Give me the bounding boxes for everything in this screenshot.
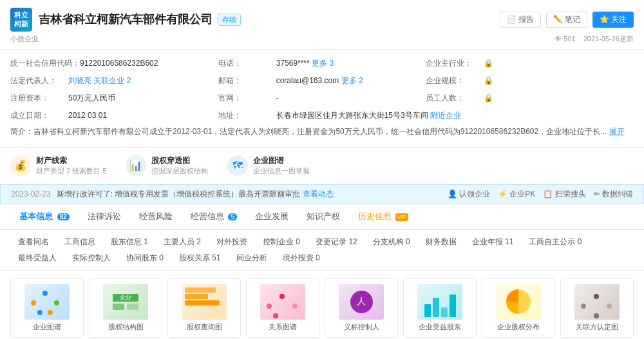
email-more-link[interactable]: 更多 2 bbox=[341, 76, 363, 85]
small-enterprise-tag: 小微企业 bbox=[10, 34, 39, 44]
card-label-beneficial-shareholder: 企业受益股东 bbox=[419, 322, 461, 332]
follow-icon: ⭐ bbox=[600, 15, 609, 24]
subtab-controlled[interactable]: 控制企业 0 bbox=[255, 234, 308, 250]
dynamic-date: 2023-02-23 bbox=[11, 189, 50, 199]
subtab-public-disclosure[interactable]: 工商自主公示 0 bbox=[521, 234, 589, 250]
subtab-coordinated[interactable]: 协同股东 0 bbox=[118, 250, 171, 266]
header: 科立 柯新 吉林省科立柯新汽车部件有限公司 存续 📄 报告 ✏️ 笔记 ⭐ 关注 bbox=[0, 0, 644, 50]
subtab-business-info[interactable]: 工商信息 bbox=[57, 234, 103, 250]
card-thumb-controlled bbox=[417, 284, 462, 320]
feature-finance[interactable]: 💰 财产线索 财产类型 2 线索数目 5 bbox=[10, 153, 106, 179]
subtab-financial[interactable]: 财务数据 bbox=[418, 234, 464, 250]
logo-badge: 科立 柯新 bbox=[10, 8, 32, 32]
feature-finance-title: 财产线索 bbox=[36, 155, 106, 166]
card-related-party[interactable]: 关联方认定图 bbox=[560, 278, 634, 338]
cards-grid: 企业图谱 企业 股权结构图 bbox=[10, 278, 634, 338]
card-label-relation-graph: 关系图谱 bbox=[269, 322, 297, 332]
company-name: 吉林省科立柯新汽车部件有限公司 bbox=[39, 12, 213, 27]
tab-risk[interactable]: 经营风险 bbox=[130, 204, 182, 230]
tab-business-info[interactable]: 经营信息 5 bbox=[182, 204, 246, 230]
page-wrapper: 科立 柯新 吉林省科立柯新汽车部件有限公司 存续 📄 报告 ✏️ 笔记 ⭐ 关注 bbox=[0, 0, 644, 339]
feature-equity[interactable]: 📊 股权穿透图 挖掘深层股权结构 bbox=[126, 153, 208, 179]
tab-history[interactable]: 历史信息 VIP bbox=[349, 204, 417, 230]
card-trademark-controller[interactable]: 人 义标控制人 bbox=[325, 278, 398, 338]
subtab-beneficiary[interactable]: 最终受益人 bbox=[10, 250, 64, 266]
phone-more-link[interactable]: 更多 3 bbox=[312, 59, 334, 68]
note-button[interactable]: ✏️ 笔记 bbox=[546, 12, 587, 28]
card-thumb-trademark: 人 bbox=[339, 284, 384, 320]
card-relation-graph[interactable]: 关系图谱 bbox=[246, 278, 319, 338]
info-row-email: 邮箱： coralau@163.com 更多 2 bbox=[218, 73, 426, 88]
card-thumb-enterprise bbox=[24, 284, 70, 320]
subtab-equity-relation[interactable]: 股权关系 51 bbox=[171, 250, 229, 266]
tab-development[interactable]: 企业发展 bbox=[246, 204, 298, 230]
header-top: 科立 柯新 吉林省科立柯新汽车部件有限公司 存续 📄 报告 ✏️ 笔记 ⭐ 关注 bbox=[10, 8, 634, 32]
dynamic-content: 2023-02-23 新增行政许可了: 增值税专用发票（增值税税控系统）最高开票… bbox=[11, 189, 334, 200]
subtab-branches[interactable]: 分支机构 0 bbox=[365, 234, 418, 250]
enterprise-pk-btn[interactable]: ⚡ 企业PK bbox=[498, 189, 535, 200]
subtab-annual-report[interactable]: 企业年报 11 bbox=[464, 234, 522, 250]
note-icon: ✏️ bbox=[553, 15, 563, 24]
info-row-scale: 企业规模： 🔒 bbox=[426, 73, 634, 88]
card-equity-structure[interactable]: 企业 股权结构图 bbox=[89, 278, 162, 338]
card-label-related-party: 关联方认定图 bbox=[576, 322, 618, 332]
status-tag: 存续 bbox=[218, 14, 241, 26]
card-label-equity-dist: 企业股权分布 bbox=[497, 322, 540, 332]
info-row-industry: 企业主行业： 🔒 bbox=[426, 56, 634, 71]
tab-ip[interactable]: 知识产权 bbox=[298, 204, 349, 230]
dynamic-text: 新增行政许可了: 增值税专用发票（增值税税控系统）最高开票限额审批 bbox=[57, 189, 301, 199]
vip-badge: VIP bbox=[395, 213, 409, 221]
header-left: 科立 柯新 吉林省科立柯新汽车部件有限公司 存续 bbox=[10, 8, 241, 32]
card-label-trademark-controller: 义标控制人 bbox=[344, 322, 379, 332]
view-info: 👁 501 2021-05-26更新 bbox=[554, 34, 634, 44]
card-equity-query[interactable]: 股权查询图 bbox=[167, 278, 241, 338]
card-thumb-shareholders bbox=[182, 284, 227, 320]
finance-icon: 💰 bbox=[10, 155, 31, 176]
dynamic-link[interactable]: 查看动态 bbox=[303, 189, 334, 199]
feature-chart[interactable]: 🗺 企业图谱 企业信息一图掌握 bbox=[227, 153, 310, 179]
features-section: 💰 财产线索 财产类型 2 线索数目 5 📊 股权穿透图 挖掘深层股权结构 🗺 … bbox=[0, 148, 644, 184]
feature-chart-title: 企业图谱 bbox=[253, 155, 310, 166]
card-label-equity-query: 股权查询图 bbox=[187, 322, 222, 332]
data-correction-btn[interactable]: ✏ 数据纠错 bbox=[594, 189, 633, 200]
subtab-key-people[interactable]: 主要人员 2 bbox=[156, 234, 209, 250]
view-count: 👁 501 bbox=[554, 35, 575, 43]
subtab-overseas[interactable]: 境外投资 0 bbox=[275, 250, 328, 266]
expand-description-link[interactable]: 展开 bbox=[609, 127, 625, 136]
card-equity-distribution[interactable]: 企业股权分布 bbox=[482, 278, 555, 338]
subtab-search-same[interactable]: 查看同名 bbox=[10, 234, 57, 250]
tab-legal[interactable]: 法律诉讼 bbox=[79, 204, 130, 230]
subtab-actual-controller[interactable]: 实际控制人 bbox=[64, 250, 118, 266]
info-section: 统一社会信用代码： 91220106586232B602 电话： 37569**… bbox=[0, 50, 644, 148]
info-row-website: 官网： - bbox=[218, 91, 426, 106]
report-button[interactable]: 📄 报告 bbox=[500, 12, 541, 28]
nearby-enterprise-link[interactable]: 附近企业 bbox=[430, 111, 461, 120]
legal-person-link[interactable]: 刘晓亮 bbox=[68, 76, 91, 85]
equity-icon: 📊 bbox=[126, 155, 146, 176]
tabs-section: 基本信息 82 法律诉讼 经营风险 经营信息 5 企业发展 知识产权 历史信息 … bbox=[0, 204, 644, 230]
card-enterprise-graph[interactable]: 企业图谱 bbox=[10, 278, 84, 338]
subtab-changes[interactable]: 变更记录 12 bbox=[308, 234, 365, 250]
last-updated: 2021-05-26更新 bbox=[583, 34, 634, 44]
card-thumb-relations bbox=[260, 284, 305, 320]
info-row-date: 成立日期： 2012 03 01 bbox=[10, 108, 218, 123]
company-description: 简介：吉林省科立柯新汽车部件有限公司成立于2012-03-01，法定代表人为刘晓… bbox=[10, 123, 634, 140]
card-beneficial-shareholder[interactable]: 企业受益股东 bbox=[403, 278, 477, 338]
subtab-investment[interactable]: 对外投资 bbox=[209, 234, 255, 250]
claim-enterprise-btn[interactable]: 👤 认领企业 bbox=[448, 189, 490, 200]
feature-equity-title: 股权穿透图 bbox=[151, 155, 208, 166]
tab-basic-info[interactable]: 基本信息 82 bbox=[10, 204, 79, 230]
info-row-address: 地址： 长春市绿园区佳月大路张东大街15号3号车间 附近企业 bbox=[218, 108, 634, 123]
follow-button[interactable]: ⭐ 关注 bbox=[592, 12, 634, 28]
subtabs-section: 查看同名 工商信息 股东信息 1 主要人员 2 对外投资 控制企业 0 变更记录… bbox=[0, 230, 644, 271]
related-company-link[interactable]: 关联企业 2 bbox=[93, 76, 131, 85]
card-thumb-equity-dist bbox=[496, 284, 541, 320]
card-label-equity-structure: 股权结构图 bbox=[108, 322, 144, 332]
subtab-industry-analysis[interactable]: 同业分析 bbox=[229, 250, 275, 266]
subtab-shareholders[interactable]: 股东信息 1 bbox=[103, 234, 156, 250]
scan-btn[interactable]: 📋 扫荣搜头 bbox=[543, 189, 585, 200]
info-row-phone: 电话： 37569**** 更多 3 bbox=[218, 56, 426, 71]
feature-equity-sub: 挖掘深层股权结构 bbox=[151, 166, 208, 176]
tab-badge-basic: 82 bbox=[57, 213, 70, 220]
info-row-capital: 注册资本： 50万元人民币 bbox=[10, 91, 218, 106]
